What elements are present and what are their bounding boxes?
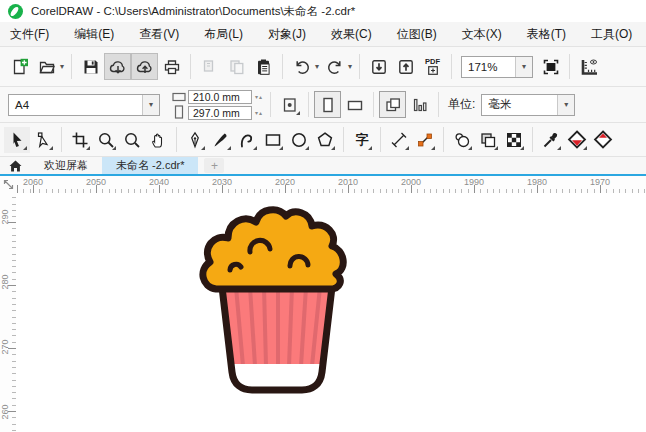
smart-fill-tool[interactable] [590, 127, 616, 153]
ruler-eye-icon [579, 58, 599, 76]
dimension-tool[interactable] [386, 127, 412, 153]
all-pages-button[interactable] [379, 91, 406, 118]
autofit-page-button[interactable] [276, 91, 303, 118]
undo-button[interactable] [288, 53, 315, 80]
redo-dropdown-caret[interactable]: ▾ [348, 62, 352, 71]
landscape-button[interactable] [341, 91, 368, 118]
drop-shadow-tool[interactable] [449, 127, 475, 153]
menu-layout[interactable]: 布局(L) [204, 26, 243, 43]
interactive-fill-tool[interactable] [564, 127, 590, 153]
tab-welcome-screen[interactable]: 欢迎屏幕 [30, 157, 102, 174]
portrait-icon [319, 96, 337, 114]
drawing-canvas[interactable]: 290 280 270 260 [0, 193, 646, 432]
page-size-combo[interactable]: A4 ▾ [8, 94, 160, 116]
tab-document[interactable]: 未命名 -2.cdr* [102, 157, 198, 174]
page-width-input[interactable]: 210.0 mm [188, 90, 252, 104]
open-button[interactable] [33, 53, 60, 80]
page-width-spinner[interactable]: ▾▴ [255, 93, 263, 100]
open-from-cloud-button[interactable] [131, 53, 158, 80]
toolbox-separator [176, 127, 177, 152]
menu-bitmaps[interactable]: 位图(B) [397, 26, 437, 43]
rectangle-icon [264, 131, 282, 149]
color-eyedropper-tool[interactable] [538, 127, 564, 153]
menu-file[interactable]: 文件(F) [10, 26, 49, 43]
publish-to-pdf-button[interactable]: PDF [419, 53, 446, 80]
title-bar: CorelDRAW - C:\Users\Administrator\Docum… [0, 0, 646, 22]
home-tab-button[interactable] [0, 157, 30, 174]
popcorn-bucket-object[interactable] [190, 202, 360, 402]
cut-button [196, 53, 223, 80]
connector-tool[interactable] [412, 127, 438, 153]
undo-icon [293, 58, 311, 76]
zoom-tool[interactable] [93, 127, 119, 153]
new-tab-button[interactable]: + [204, 158, 224, 173]
checkerboard-icon [505, 131, 523, 149]
ruler-origin-button[interactable] [0, 176, 16, 193]
polygon-tool[interactable] [312, 127, 338, 153]
new-document-icon [11, 58, 29, 76]
paste-button[interactable] [250, 53, 277, 80]
page-height-input[interactable]: 297.0 mm [188, 106, 252, 120]
horizontal-ruler[interactable]: 2060 2050 2040 2030 2020 2010 2000 1990 … [0, 176, 646, 193]
open-dropdown-caret[interactable]: ▾ [60, 62, 64, 71]
redo-button[interactable] [321, 53, 348, 80]
paste-icon [255, 58, 273, 76]
text-tool[interactable]: 字 [349, 127, 375, 153]
outline-diamond-icon [593, 130, 613, 149]
menu-edit[interactable]: 编辑(E) [74, 26, 114, 43]
propbar-separator [373, 92, 374, 117]
new-document-button[interactable] [6, 53, 33, 80]
ellipse-tool[interactable] [286, 127, 312, 153]
menu-object[interactable]: 对象(J) [268, 26, 306, 43]
page-size-caret[interactable]: ▾ [142, 95, 159, 115]
pan-tool[interactable] [145, 127, 171, 153]
toolbar-separator [71, 54, 72, 79]
menu-text[interactable]: 文本(X) [462, 26, 502, 43]
units-combo[interactable]: 毫米 ▾ [481, 94, 575, 116]
copy-icon [228, 58, 246, 76]
hruler-label: 1980 [527, 177, 547, 187]
crop-icon [71, 131, 89, 149]
vertical-ruler[interactable]: 290 280 270 260 [0, 193, 16, 432]
shape-tool[interactable] [30, 127, 56, 153]
propbar-separator [270, 92, 271, 117]
toolbox-separator [380, 127, 381, 152]
cloud-upload-icon [135, 58, 155, 76]
crop-tool[interactable] [67, 127, 93, 153]
save-to-cloud-button[interactable] [104, 53, 131, 80]
toolbar-separator [190, 54, 191, 79]
page-height-icon [172, 105, 186, 119]
menu-tools[interactable]: 工具(O) [591, 26, 632, 43]
export-button[interactable] [392, 53, 419, 80]
pick-tool[interactable] [4, 127, 30, 153]
zoom-dropdown-caret[interactable]: ▾ [515, 57, 532, 77]
rectangle-tool[interactable] [260, 127, 286, 153]
b-spline-tool[interactable] [234, 127, 260, 153]
menu-effects[interactable]: 效果(C) [331, 26, 372, 43]
page-height-spinner[interactable]: ▾▴ [255, 109, 263, 116]
curve-icon [238, 131, 256, 149]
save-button[interactable] [77, 53, 104, 80]
transparency-tool[interactable] [475, 127, 501, 153]
pattern-fill-tool[interactable] [501, 127, 527, 153]
portrait-button[interactable] [314, 91, 341, 118]
menu-table[interactable]: 表格(T) [527, 26, 566, 43]
toolbox-separator [532, 127, 533, 152]
units-caret[interactable]: ▾ [557, 95, 574, 115]
print-button[interactable] [158, 53, 185, 80]
undo-dropdown-caret[interactable]: ▾ [315, 62, 319, 71]
fill-diamond-icon [567, 130, 587, 149]
full-screen-preview-button[interactable] [537, 53, 564, 80]
artistic-media-tool[interactable] [208, 127, 234, 153]
import-button[interactable] [365, 53, 392, 80]
hruler-label: 2000 [401, 177, 421, 187]
pen-tool[interactable] [182, 127, 208, 153]
zoom-level-combo[interactable]: 171% ▾ [461, 56, 533, 78]
menu-view[interactable]: 查看(V) [139, 26, 179, 43]
magnifier-icon [97, 131, 115, 149]
show-rulers-button[interactable] [575, 53, 602, 80]
pick-cursor-icon [8, 131, 26, 149]
current-page-button[interactable] [406, 91, 433, 118]
zoom-out-tool[interactable] [119, 127, 145, 153]
shape-node-icon [34, 131, 52, 149]
